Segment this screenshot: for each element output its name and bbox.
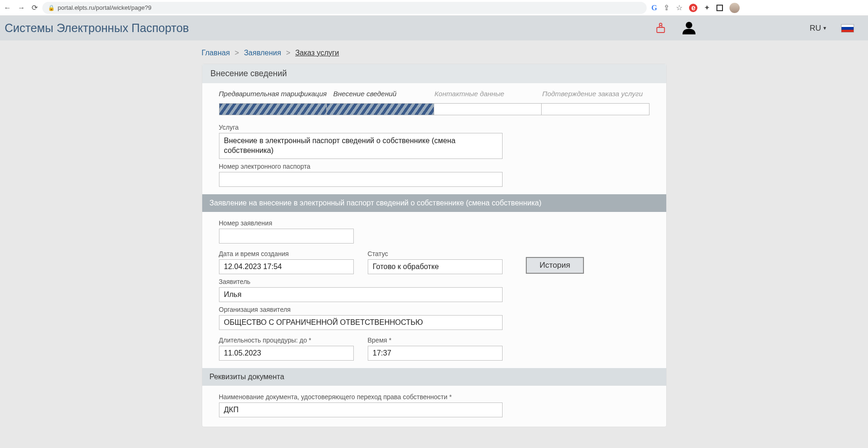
app-num-field[interactable] <box>219 229 354 244</box>
breadcrumb-applications[interactable]: Заявления <box>244 49 281 57</box>
url-text: portal.elpts.ru/portal/wicket/page?9 <box>58 4 152 11</box>
status-field[interactable]: Готово к обработке <box>368 259 503 274</box>
star-icon[interactable]: ☆ <box>676 3 682 12</box>
extensions-icon[interactable]: ✦ <box>704 3 710 12</box>
user-icon[interactable] <box>680 20 698 36</box>
wizard-steps: Предварительная тарификация Внесение све… <box>202 83 666 99</box>
progress-seg-2 <box>327 104 434 115</box>
created-label: Дата и время создания <box>219 250 354 257</box>
org-label: Организация заявителя <box>219 306 649 313</box>
lock-icon: 🔒 <box>48 5 55 11</box>
share-icon[interactable]: ⇪ <box>663 3 669 12</box>
back-icon[interactable]: ← <box>4 4 11 12</box>
time-label: Время * <box>368 336 503 344</box>
url-bar[interactable]: 🔒 portal.elpts.ru/portal/wicket/page?9 <box>42 2 647 14</box>
service-label: Услуга <box>219 124 649 131</box>
org-field[interactable]: ОБЩЕСТВО С ОГРАНИЧЕННОЙ ОТВЕТСТВЕННОСТЬЮ <box>219 315 503 330</box>
progress-bar <box>219 103 649 115</box>
epassport-num-field[interactable] <box>219 172 503 187</box>
main-panel: Внесение сведений Предварительная тарифи… <box>202 64 667 427</box>
section-application-bar: Заявление на внесение в электронный пасп… <box>202 194 666 212</box>
flag-ru-icon <box>841 24 854 33</box>
extension-e-icon[interactable]: e <box>689 4 697 12</box>
breadcrumb-home[interactable]: Главная <box>202 49 230 57</box>
service-field[interactable]: Внесение в электронный паспорт сведений … <box>219 133 503 159</box>
section-doc-bar: Реквизиты документа <box>202 368 666 386</box>
applicant-label: Заявитель <box>219 278 649 285</box>
svg-point-1 <box>659 23 662 26</box>
svg-point-2 <box>686 22 692 28</box>
created-field[interactable]: 12.04.2023 17:54 <box>219 259 354 274</box>
step-contact: Контактные данные <box>435 90 504 98</box>
breadcrumb-current: Заказ услуги <box>295 49 339 57</box>
forward-icon[interactable]: → <box>18 4 25 12</box>
browser-chrome: ← → ⟳ 🔒 portal.elpts.ru/portal/wicket/pa… <box>0 0 868 16</box>
panel-icon[interactable] <box>716 5 723 11</box>
google-icon[interactable]: G <box>651 4 657 12</box>
app-title: Системы Электронных Паспортов <box>5 21 656 35</box>
doc-name-field[interactable]: ДКП <box>219 402 503 417</box>
breadcrumb: Главная > Заявления > Заказ услуги <box>202 46 667 64</box>
svg-rect-0 <box>656 27 664 33</box>
doc-name-label: Наименование документа, удостоверяющего … <box>219 393 649 401</box>
progress-seg-4 <box>542 104 649 115</box>
step-confirm: Подтверждение заказа услуги <box>542 90 643 98</box>
step-entry: Внесение сведений <box>333 90 397 98</box>
chevron-down-icon: ▼ <box>822 26 827 31</box>
breadcrumb-sep: > <box>235 49 239 57</box>
progress-seg-1 <box>219 104 327 115</box>
status-label: Статус <box>368 250 503 257</box>
progress-seg-3 <box>434 104 542 115</box>
app-num-label: Номер заявления <box>219 219 649 227</box>
applicant-field[interactable]: Илья <box>219 287 503 302</box>
time-field[interactable]: 17:37 <box>368 346 503 361</box>
basket-icon[interactable] <box>656 21 666 35</box>
history-button[interactable]: История <box>526 257 584 274</box>
reload-icon[interactable]: ⟳ <box>32 3 38 12</box>
breadcrumb-sep: > <box>286 49 290 57</box>
language-selector[interactable]: RU ▼ <box>810 24 827 33</box>
profile-avatar[interactable] <box>729 3 740 13</box>
app-header: Системы Электронных Паспортов RU ▼ <box>0 16 868 40</box>
epassport-num-label: Номер электронного паспорта <box>219 163 649 170</box>
duration-field[interactable]: 11.05.2023 <box>219 346 354 361</box>
duration-label: Длительность процедуры: до * <box>219 336 354 344</box>
step-tariff: Предварительная тарификация <box>219 90 327 98</box>
panel-title: Внесение сведений <box>202 64 666 83</box>
